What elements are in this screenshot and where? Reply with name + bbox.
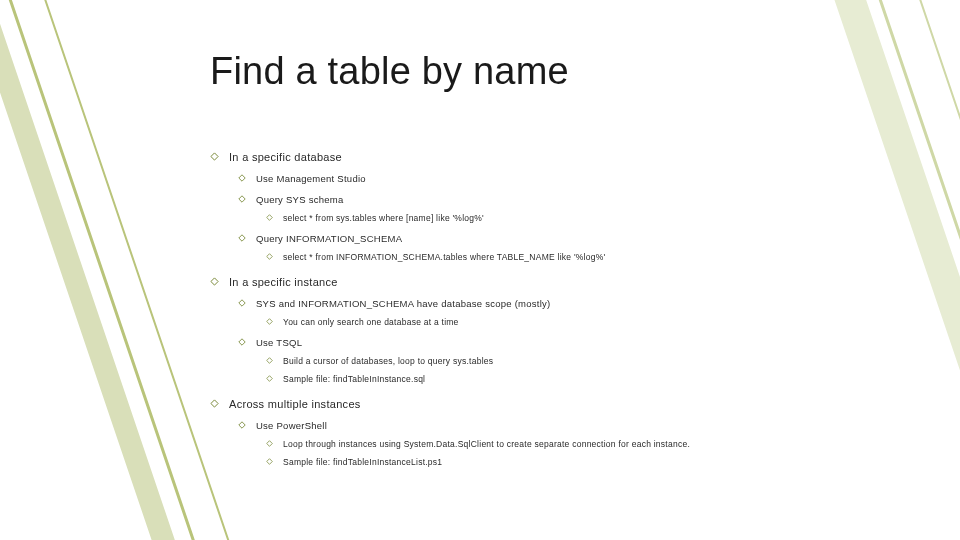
item-db-scope: SYS and INFORMATION_SCHEMA have database… (238, 298, 960, 327)
diamond-bullet-icon (266, 253, 273, 260)
outline-level-1: In a specific database Use Management St… (210, 151, 960, 467)
slide-title: Find a table by name (210, 50, 960, 93)
diamond-bullet-icon (238, 234, 246, 242)
diamond-bullet-icon (266, 214, 273, 221)
item-text: Query INFORMATION_SCHEMA (256, 233, 402, 244)
diamond-bullet-icon (210, 152, 219, 161)
item-text: Query SYS schema (256, 194, 343, 205)
subitem-text: Sample file: findTableInInstance.sql (283, 374, 425, 384)
section-specific-database: In a specific database Use Management St… (210, 151, 960, 262)
subitem-text: select * from INFORMATION_SCHEMA.tables … (283, 252, 605, 262)
diamond-bullet-icon (266, 440, 273, 447)
subitem-text: You can only search one database at a ti… (283, 317, 459, 327)
subitem-sys-tables-query: select * from sys.tables where [name] li… (266, 213, 960, 223)
section-specific-instance: In a specific instance SYS and INFORMATI… (210, 276, 960, 384)
subitem-sample-sql: Sample file: findTableInInstance.sql (266, 374, 960, 384)
item-query-sys-schema: Query SYS schema select * from sys.table… (238, 194, 960, 223)
subitem-cursor-loop: Build a cursor of databases, loop to que… (266, 356, 960, 366)
item-use-management-studio: Use Management Studio (238, 173, 960, 184)
diamond-bullet-icon (238, 174, 246, 182)
section-multiple-instances: Across multiple instances Use PowerShell… (210, 398, 960, 467)
subitem-information-schema-query: select * from INFORMATION_SCHEMA.tables … (266, 252, 960, 262)
subitem-text: Loop through instances using System.Data… (283, 439, 690, 449)
item-use-powershell: Use PowerShell Loop through instances us… (238, 420, 960, 467)
diamond-bullet-icon (266, 357, 273, 364)
item-text: Use TSQL (256, 337, 302, 348)
diamond-bullet-icon (238, 338, 246, 346)
item-text: Use PowerShell (256, 420, 327, 431)
diamond-bullet-icon (238, 195, 246, 203)
diamond-bullet-icon (266, 318, 273, 325)
diamond-bullet-icon (210, 399, 219, 408)
subitem-sqlclient-loop: Loop through instances using System.Data… (266, 439, 960, 449)
subitem-text: Build a cursor of databases, loop to que… (283, 356, 493, 366)
diamond-bullet-icon (266, 375, 273, 382)
item-text: Use Management Studio (256, 173, 366, 184)
subitem-text: Sample file: findTableInInstanceList.ps1 (283, 457, 442, 467)
diamond-bullet-icon (238, 299, 246, 307)
diamond-bullet-icon (210, 277, 219, 286)
subitem-one-db-at-a-time: You can only search one database at a ti… (266, 317, 960, 327)
subitem-sample-ps1: Sample file: findTableInInstanceList.ps1 (266, 457, 960, 467)
section-heading: In a specific instance (229, 276, 338, 288)
section-heading: Across multiple instances (229, 398, 361, 410)
item-use-tsql: Use TSQL Build a cursor of databases, lo… (238, 337, 960, 384)
diamond-bullet-icon (266, 458, 273, 465)
item-text: SYS and INFORMATION_SCHEMA have database… (256, 298, 550, 309)
item-query-information-schema: Query INFORMATION_SCHEMA select * from I… (238, 233, 960, 262)
subitem-text: select * from sys.tables where [name] li… (283, 213, 484, 223)
diamond-bullet-icon (238, 421, 246, 429)
slide-content: Find a table by name In a specific datab… (0, 0, 960, 467)
section-heading: In a specific database (229, 151, 342, 163)
